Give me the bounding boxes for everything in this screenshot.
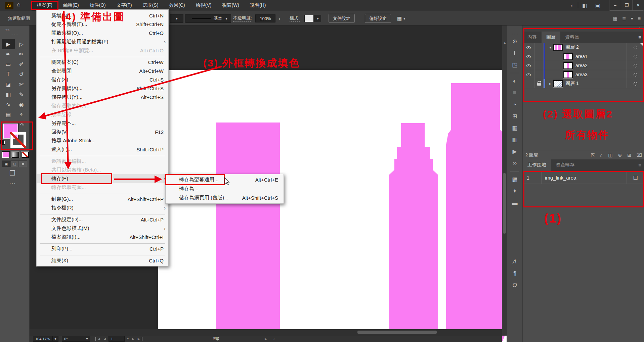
tab-asset-export[interactable]: 資產轉存 — [551, 159, 579, 171]
layer-name[interactable]: area1 — [575, 54, 588, 59]
menu-item[interactable]: 轉存選取範圍... — [37, 183, 168, 192]
panel-icon[interactable]: ▶ — [507, 146, 522, 157]
none-fill-button[interactable] — [22, 152, 29, 158]
panel-icon[interactable]: ◔ — [507, 99, 522, 110]
tool-button[interactable]: ✄ — [15, 79, 28, 89]
tool-button[interactable]: ⌖ — [15, 109, 28, 119]
layer-row[interactable]: ⊙ ▾ 圖層 2 — [523, 43, 644, 52]
menu-item[interactable]: 開啟舊檔(O)... Ctrl+O — [37, 29, 168, 37]
menu-item[interactable] — [37, 212, 168, 215]
menu-bar-item[interactable]: 視窗(W) — [217, 0, 245, 11]
menu-item[interactable]: 從範本新增(T)... Shift+Ctrl+N — [37, 20, 168, 29]
default-fill-stroke-icon[interactable] — [1, 141, 5, 145]
layer-thumbnail[interactable] — [563, 53, 573, 60]
menu-item[interactable]: 共用以供審核 (Beta)... — [37, 165, 168, 174]
tool-button[interactable]: ∿ — [2, 99, 15, 109]
menu-item[interactable]: 文件設定(D)... Alt+Ctrl+P — [37, 215, 168, 224]
stroke-weight-stub[interactable]: ▾ — [170, 14, 183, 23]
menu-item[interactable]: 全部關閉 Alt+Ctrl+W — [37, 66, 168, 75]
tool-button[interactable]: ↺ — [15, 69, 28, 79]
text-panel-icon[interactable]: A — [507, 256, 522, 267]
menu-item[interactable]: 文件色彩模式(M) › — [37, 224, 168, 233]
menu-item[interactable]: 在 Bridge 中瀏覽... Alt+Ctrl+O — [37, 46, 168, 55]
vertical-scroll-thumb[interactable] — [503, 173, 506, 234]
lock-toggle[interactable] — [535, 61, 544, 70]
menu-item[interactable]: 回復(V) F12 — [37, 128, 168, 136]
visibility-toggle[interactable]: ⊙ — [523, 70, 535, 79]
collapse-toolbar-icon[interactable]: «« — [5, 28, 9, 32]
draw-normal-button[interactable]: ▣ — [2, 160, 10, 167]
menu-item[interactable]: 封裝(G)... Alt+Shift+Ctrl+P — [37, 195, 168, 203]
layer-thumbnail[interactable] — [553, 80, 563, 87]
minimize-button[interactable]: – — [609, 0, 621, 10]
search-icon[interactable]: ⌕ — [571, 2, 574, 8]
edit-toolbar-icon[interactable]: ··· — [9, 181, 16, 186]
panel-icon[interactable]: ≡ — [507, 87, 522, 99]
menu-item[interactable]: 儲存選取的切片... — [37, 101, 168, 110]
layer-name[interactable]: 圖層 1 — [565, 81, 579, 87]
pink-bottle-shape-middle[interactable] — [389, 123, 438, 341]
menu-item[interactable]: 儲存拷貝(Y)... Alt+Ctrl+S — [37, 93, 168, 101]
rotation-field[interactable]: 0° — [62, 336, 84, 342]
opacity-input[interactable]: 100% — [255, 14, 275, 22]
home-icon[interactable]: ⌂ — [17, 1, 20, 8]
layer-thumbnail[interactable] — [563, 71, 573, 78]
panel-icon[interactable]: ∞ — [507, 157, 522, 169]
tool-button[interactable]: ◪ — [2, 79, 15, 89]
layers-action-icon[interactable]: ◫ — [608, 152, 612, 158]
tool-button[interactable]: ◧ — [2, 89, 15, 99]
horizontal-scrollbar[interactable] — [30, 329, 502, 336]
style-chevron[interactable]: ▾ — [314, 15, 321, 22]
app-logo[interactable]: Ai — [5, 2, 13, 9]
previous-artboard-button[interactable]: ◀ — [102, 337, 108, 341]
lock-toggle[interactable] — [535, 43, 544, 52]
next-artboard-button[interactable]: ▶ — [130, 337, 136, 341]
layer-row[interactable]: ⊙ area3 — [523, 70, 644, 79]
menu-item[interactable]: 關閉檔案(C) Ctrl+W — [37, 58, 168, 66]
layers-action-icon[interactable]: ⊕ — [618, 152, 622, 158]
menu-item[interactable] — [37, 253, 168, 256]
document-setup-button[interactable]: 文件設定 — [329, 14, 355, 23]
panel-icon[interactable]: ≡ — [638, 16, 641, 21]
layer-name[interactable]: area3 — [575, 72, 588, 77]
menu-item[interactable]: 邀請參與編輯... — [37, 157, 168, 165]
expand-chevron-icon[interactable]: ▸ — [547, 82, 553, 86]
zoom-level-field[interactable]: 104.17% — [33, 336, 52, 342]
artboard-page-icon[interactable]: ❏ — [627, 172, 644, 184]
target-cell[interactable] — [627, 79, 644, 88]
workspace-switcher-icon[interactable]: ◧ — [582, 2, 587, 9]
tab-libraries[interactable]: 資料庫 — [560, 32, 584, 43]
style-swatch[interactable] — [304, 15, 314, 22]
status-more-icon[interactable]: ▶ — [265, 336, 267, 342]
menu-item[interactable]: 指令檔(R) › — [37, 203, 168, 212]
menu-item[interactable]: 儲存(S) Ctrl+S — [37, 75, 168, 84]
menu-item[interactable]: 另存範本... — [37, 119, 168, 128]
menu-item[interactable]: 列印(P)... Ctrl+P — [37, 244, 168, 253]
text-panel-icon[interactable]: O — [507, 279, 522, 291]
tool-button[interactable]: ✎ — [15, 89, 28, 99]
drag-handle[interactable]: ····· — [0, 33, 30, 36]
draw-inside-button[interactable]: ◙ — [19, 160, 27, 167]
panel-icon[interactable]: ▾ — [631, 16, 633, 21]
preferences-button[interactable]: 偏好設定 — [365, 14, 391, 23]
layer-thumbnail[interactable] — [553, 44, 563, 51]
tool-button[interactable]: ▭ — [2, 59, 15, 69]
swap-fill-stroke-icon[interactable]: ↷ — [20, 122, 24, 128]
gradient-fill-button[interactable] — [12, 152, 19, 158]
visibility-toggle[interactable]: ⊙ — [523, 61, 535, 70]
tool-button[interactable]: ✐ — [15, 59, 28, 69]
artboard[interactable] — [158, 70, 529, 342]
menu-item[interactable] — [37, 192, 168, 195]
target-cell[interactable] — [627, 52, 644, 61]
tool-button[interactable]: ◉ — [15, 99, 28, 109]
panel-icon[interactable]: ▬ — [507, 197, 522, 209]
layers-action-icon[interactable]: ⌕ — [600, 152, 603, 158]
tool-button[interactable]: ✑ — [15, 49, 28, 59]
panel-icon[interactable]: ≣ — [622, 16, 626, 21]
pink-rectangle-shape[interactable] — [216, 123, 280, 331]
tab-artboards[interactable]: 工作區域 — [523, 159, 551, 171]
tool-button[interactable]: ▤ — [2, 109, 15, 119]
panel-menu-icon[interactable]: ≡ — [638, 34, 641, 40]
panel-icon[interactable]: ▥ — [507, 134, 522, 146]
menu-item[interactable]: 置入(L)... Shift+Ctrl+P — [37, 145, 168, 154]
